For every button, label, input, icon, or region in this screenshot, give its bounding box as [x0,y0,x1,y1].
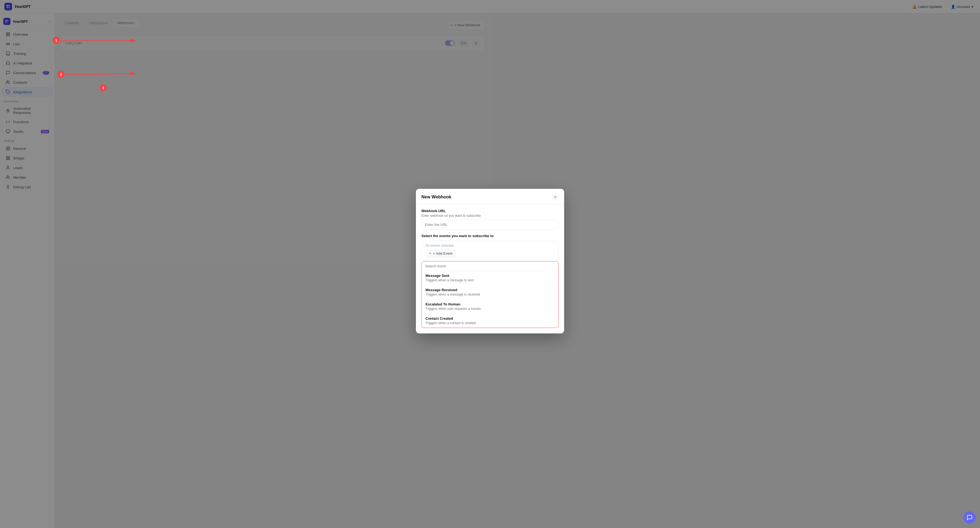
webhook-url-label: Webhook URL [422,209,490,213]
event-dropdown: Message Sent Triggers when a message is … [422,261,490,264]
events-empty-text: No events selected [425,244,490,248]
plus-icon: + [429,251,431,256]
modal-header: New Webhook × [416,189,490,204]
modal-title: New Webhook [422,194,451,199]
events-section-label: Select the events you want to subscribe … [422,234,490,238]
add-event-button[interactable]: + + Add Event [425,250,456,257]
annotation-1: 1 [53,37,60,44]
modal-body: Webhook URL Enter webhook url you want t… [416,204,490,264]
webhook-url-input[interactable] [422,220,490,229]
annotation-2: 2 [57,71,65,78]
new-webhook-modal: New Webhook × Webhook URL Enter webhook … [416,189,490,264]
annotation-3: 3 [100,84,107,91]
webhook-url-sublabel: Enter webhook url you want to subscribe [422,214,490,218]
event-search-input[interactable] [422,262,490,264]
events-box: No events selected + + Add Event [422,241,490,260]
